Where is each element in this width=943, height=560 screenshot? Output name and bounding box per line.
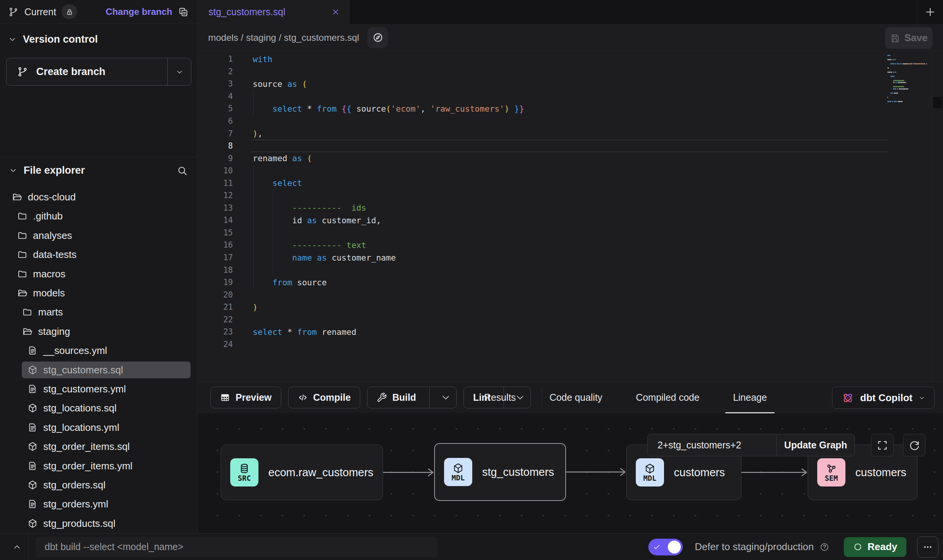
dbt-command-input[interactable] [35,537,438,557]
code-line-2[interactable]: 2 [198,66,943,78]
code-line-4[interactable]: 4 [198,90,943,103]
file-doc-icon [27,422,38,432]
code-line-15[interactable]: 15 [198,227,943,239]
lineage-node-stg_customers[interactable]: MDLstg_customers [434,443,566,501]
code-line-18[interactable]: 18 [198,264,943,276]
code-line-11[interactable]: 11 select [198,177,943,189]
tree-item-stg_orders.sql[interactable]: stg_orders.sql [0,475,197,494]
tree-item-stg_customers.sql[interactable]: stg_customers.sql [0,360,197,379]
panel-tab-lineage[interactable]: Lineage [731,382,769,413]
code-line-23[interactable]: 23select * from renamed [198,326,943,338]
tree-item-data-tests[interactable]: data-tests [0,245,197,264]
code-line-7[interactable]: 7), [198,127,943,140]
line-number: 17 [198,253,233,262]
tree-item-label: marts [38,306,63,318]
defer-toggle[interactable] [648,539,683,555]
panel-tab-code-quality[interactable]: Code quality [547,382,605,413]
code-editor[interactable]: 1with23source as (45 select * from {{ so… [198,52,943,381]
code-line-8[interactable]: 8 [198,140,943,152]
line-number: 7 [198,129,233,138]
tree-item-label: stg_products.sql [43,517,115,529]
chevron-down-icon [919,395,925,401]
build-dropdown[interactable] [435,392,456,403]
code-line-21[interactable]: 21) [198,301,943,314]
code-line-16[interactable]: 16 ---------- text [198,239,943,251]
build-button[interactable]: Build [367,387,457,408]
panel-tab-compiled-code[interactable]: Compiled code [633,382,702,413]
code-line-3[interactable]: 3source as ( [198,78,943,90]
tree-item-stg_order_items.yml[interactable]: stg_order_items.yml [0,456,197,475]
code-line-20[interactable]: 20 [198,288,943,301]
tree-item-staging[interactable]: staging [0,322,197,341]
preview-button[interactable]: Preview [210,387,281,408]
tree-item-stg_order_items.sql[interactable]: stg_order_items.sql [0,437,197,456]
tree-item-macros[interactable]: macros [0,264,197,283]
panel-tab-results[interactable]: Results [482,382,518,413]
more-options-button[interactable] [917,536,938,558]
tree-item-analyses[interactable]: analyses [0,226,197,245]
tree-item-stg_products.sql[interactable]: stg_products.sql [0,514,197,533]
fullscreen-button[interactable] [871,434,893,456]
new-tab-button[interactable] [917,0,943,24]
code-line-content: select * from renamed [253,326,356,338]
tree-item-stg_locations.sql[interactable]: stg_locations.sql [0,398,197,418]
code-line-1[interactable]: 1with [198,53,943,66]
help-icon[interactable] [820,542,829,552]
navigate-button[interactable] [367,27,388,48]
dbt-copilot-button[interactable]: dbt Copilot [832,387,935,409]
code-line-content: ---------- ids [253,202,366,214]
compile-button[interactable]: Compile [288,387,361,408]
tree-item-label: stg_orders.sql [43,479,106,491]
tree-item-__sources.yml[interactable]: __sources.yml [0,341,197,360]
chevron-up-icon[interactable] [8,542,25,551]
code-line-9[interactable]: 9renamed as ( [198,152,943,165]
code-line-14[interactable]: 14 id as customer_id, [198,214,943,227]
tree-item-stg_orders.yml[interactable]: stg_orders.yml [0,494,197,514]
line-number: 5 [198,104,233,113]
tree-item-stg_customers.yml[interactable]: stg_customers.yml [0,379,197,398]
code-line-24[interactable]: 24 [198,338,943,351]
node-badge-MDL: MDL [636,458,664,486]
code-line-22[interactable]: 22 [198,313,943,326]
code-line-5[interactable]: 5 select * from {{ source('ecom', 'raw_c… [198,102,943,115]
save-button[interactable]: Save [885,27,932,49]
file-doc-icon [27,384,38,394]
code-line-13[interactable]: 13 ---------- ids [198,202,943,214]
lineage-filter-input[interactable] [647,434,777,456]
tab-stg-customers-sql[interactable]: stg_customers.sql [198,0,350,24]
tree-item-marts[interactable]: marts [0,302,197,322]
code-line-content: ) [253,301,258,314]
folder-open-icon [12,192,22,202]
line-number: 4 [198,92,233,101]
line-number: 16 [198,240,233,250]
code-line-17[interactable]: 17 name as customer_name [198,251,943,264]
close-icon[interactable] [331,8,340,16]
tree-item-docs-cloud[interactable]: docs-cloud [0,187,197,206]
code-line-10[interactable]: 10 [198,165,943,177]
code-line-12[interactable]: 12 [198,189,943,202]
code-line-6[interactable]: 6 [198,115,943,128]
file-doc-icon [27,499,38,509]
refresh-graph-button[interactable] [903,434,925,456]
minimap[interactable] [887,55,930,105]
tree-item-stg_locations.yml[interactable]: stg_locations.yml [0,418,197,437]
dbt-cloud-ide: Current Change branch Version control Cr… [0,0,943,560]
tree-item-models[interactable]: models [0,283,197,302]
cube-icon [27,442,38,452]
lineage-graph[interactable]: Update Graph SRCecom.raw_customersMDLstg… [198,413,943,533]
chevron-down-icon [441,392,451,403]
node-badge-SEM: SEM [817,458,845,486]
folder-icon [17,250,27,260]
lineage-edge [741,467,808,478]
line-number: 13 [198,203,233,213]
tree-item-.github[interactable]: .github [0,206,197,226]
cube-icon [644,463,656,474]
ready-status-button[interactable]: Ready [844,537,906,557]
code-line-19[interactable]: 19 from source [198,276,943,289]
lineage-node-ecom.raw_customers[interactable]: SRCecom.raw_customers [221,445,383,500]
ready-label: Ready [868,541,897,553]
panel-tabs: ResultsCode qualityCompiled codeLineage [482,382,769,413]
update-graph-button[interactable]: Update Graph [777,434,855,456]
tree-item-label: __sources.yml [43,345,107,357]
scrollbar-thumb[interactable] [933,97,942,108]
